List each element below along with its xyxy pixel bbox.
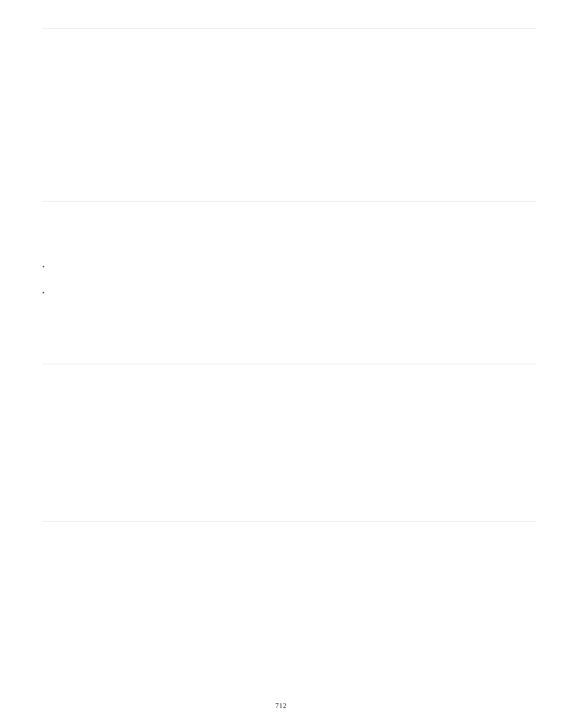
page-number: 712 [0,701,562,710]
horizontal-rule [42,201,536,202]
document-page: • • 712 [0,0,562,728]
horizontal-rule [42,364,536,364]
horizontal-rule [42,28,536,29]
horizontal-rule [42,521,536,522]
bullet-list: • • [42,264,45,316]
bullet-marker: • [42,290,45,296]
bullet-marker: • [42,264,45,270]
